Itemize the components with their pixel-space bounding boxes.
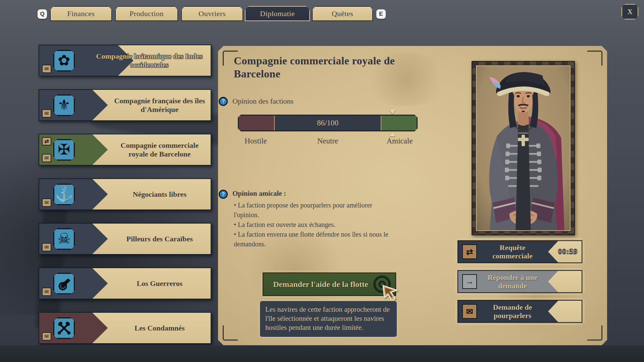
faction-item[interactable]: ⚓✉Négociants libres bbox=[39, 178, 211, 210]
envelope-icon: ✉ bbox=[42, 154, 51, 162]
envelope-icon: ✉ bbox=[42, 243, 51, 251]
crossed-bones-icon bbox=[53, 317, 75, 339]
keycap-e: E bbox=[376, 9, 386, 19]
action-button-2[interactable]: ✉Demande de pourparlers bbox=[455, 298, 584, 325]
action-label: Requête commerciale bbox=[477, 243, 548, 260]
action-label: Demande de pourparlers bbox=[477, 303, 548, 320]
faction-item[interactable]: ✉Les Condamnés bbox=[39, 312, 211, 344]
envelope-icon: ✉ bbox=[42, 65, 51, 73]
tab-quêtes[interactable]: Quêtes bbox=[312, 6, 373, 21]
envoy-portrait-frame bbox=[472, 61, 575, 235]
faction-item[interactable]: ☠✉Pilleurs des Caraïbes bbox=[39, 223, 211, 255]
faction-name: Compagnie commerciale royale de Barcelon… bbox=[111, 134, 208, 165]
faction-item[interactable]: ✉Los Guerreros bbox=[39, 267, 211, 299]
faction-name: Los Guerreros bbox=[111, 268, 208, 299]
opinion-caption-hostile: Hostile bbox=[245, 137, 267, 145]
faction-name: Compagnie française des îles d'Amérique bbox=[111, 90, 208, 120]
envoy-portrait bbox=[476, 65, 571, 231]
faction-name: Les Condamnés bbox=[111, 313, 208, 343]
tab-production[interactable]: Production bbox=[115, 6, 178, 21]
target-ring-icon bbox=[373, 276, 391, 293]
tab-diplomatie[interactable]: Diplomatie bbox=[245, 6, 310, 21]
help-icon[interactable]: ? bbox=[219, 190, 228, 199]
faction-item[interactable]: ✿✉Compagnie britannique des Indes occide… bbox=[39, 45, 211, 76]
bottom-bar bbox=[0, 345, 644, 362]
tab-finances[interactable]: Finances bbox=[50, 6, 112, 21]
help-icon[interactable]: ? bbox=[219, 97, 228, 106]
faction-name: Pilleurs des Caraïbes bbox=[111, 224, 208, 254]
action-chevron bbox=[548, 271, 582, 292]
faction-name: Négociants libres bbox=[111, 179, 208, 209]
envelope-icon: ✉ bbox=[42, 198, 51, 207]
faction-title: Compagnie commerciale royale de Barcelon… bbox=[234, 54, 422, 80]
close-button[interactable]: X bbox=[622, 4, 638, 19]
envelope-icon: ✉ bbox=[462, 304, 477, 319]
action-timer: 00:59 bbox=[558, 247, 578, 256]
opinion-section-label: Opinion des factions bbox=[232, 97, 293, 106]
envelope-icon: ✉ bbox=[42, 332, 51, 341]
panel-corner-ornament bbox=[587, 51, 602, 66]
action-chevron: 00:59 bbox=[548, 241, 582, 262]
diplomacy-screen: Q FinancesProductionOuvriersDiplomatieQu… bbox=[0, 0, 644, 362]
arrow-right-icon: → bbox=[462, 274, 477, 289]
panel-corner-ornament bbox=[223, 325, 238, 341]
faction-item[interactable]: ⚜✉Compagnie française des îles d'Amériqu… bbox=[39, 89, 211, 121]
envelope-icon: ✉ bbox=[42, 288, 51, 296]
anchor-cross-icon: ⚓ bbox=[53, 184, 75, 205]
trade-arrows-icon: ⇄ bbox=[42, 137, 51, 145]
fleet-aid-label: Demander l'aide de la flotte bbox=[263, 280, 373, 289]
keycap-q: Q bbox=[38, 9, 47, 19]
tab-ouvriers[interactable]: Ouvriers bbox=[181, 6, 243, 21]
skull-swords-icon: ☠ bbox=[53, 228, 75, 250]
opinion-marker-bottom bbox=[389, 132, 395, 136]
opinion-bullet: • La faction enverra une flotte défendre… bbox=[234, 230, 395, 249]
tudor-rose-icon: ✿ bbox=[53, 50, 75, 71]
opinion-caption-neutre: Neutre bbox=[317, 137, 338, 145]
opinion-bar bbox=[238, 115, 418, 131]
fleet-aid-button[interactable]: Demander l'aide de la flotte bbox=[261, 271, 398, 298]
opinion-marker-top bbox=[389, 110, 395, 114]
faction-name: Compagnie britannique des Indes occident… bbox=[91, 45, 208, 76]
opinion-detail-bullets: • La faction propose des pourparlers pou… bbox=[234, 200, 395, 249]
action-label: Répondre à une demande bbox=[477, 273, 548, 290]
opinion-segment-amicale bbox=[381, 116, 417, 130]
envelope-icon: ✉ bbox=[42, 109, 51, 118]
cross-pattee-icon: ✠ bbox=[53, 139, 75, 161]
action-button-0[interactable]: ⇄Requête commerciale00:59 bbox=[455, 238, 584, 265]
panel-corner-ornament bbox=[587, 325, 602, 341]
cannon-icon bbox=[53, 273, 75, 294]
action-chevron bbox=[548, 301, 582, 322]
opinion-detail-heading: Opinion amicale : bbox=[232, 189, 286, 198]
opinion-bullet: • La faction propose des pourparlers pou… bbox=[234, 200, 395, 220]
fleur-de-lis-icon: ⚜ bbox=[53, 95, 75, 116]
opinion-caption-amicale: Amicale bbox=[386, 137, 413, 145]
opinion-segment-neutre bbox=[274, 116, 381, 130]
action-button-1[interactable]: →Répondre à une demande bbox=[455, 268, 584, 295]
opinion-bullet: • La faction est ouverte aux échanges. bbox=[234, 220, 395, 230]
faction-item[interactable]: ✠⇄✉Compagnie commerciale royale de Barce… bbox=[39, 134, 211, 166]
opinion-segment-hostile bbox=[239, 116, 274, 130]
fleet-aid-tooltip: Les navires de cette faction approcheron… bbox=[259, 300, 398, 338]
trade-arrows-icon: ⇄ bbox=[462, 244, 477, 259]
